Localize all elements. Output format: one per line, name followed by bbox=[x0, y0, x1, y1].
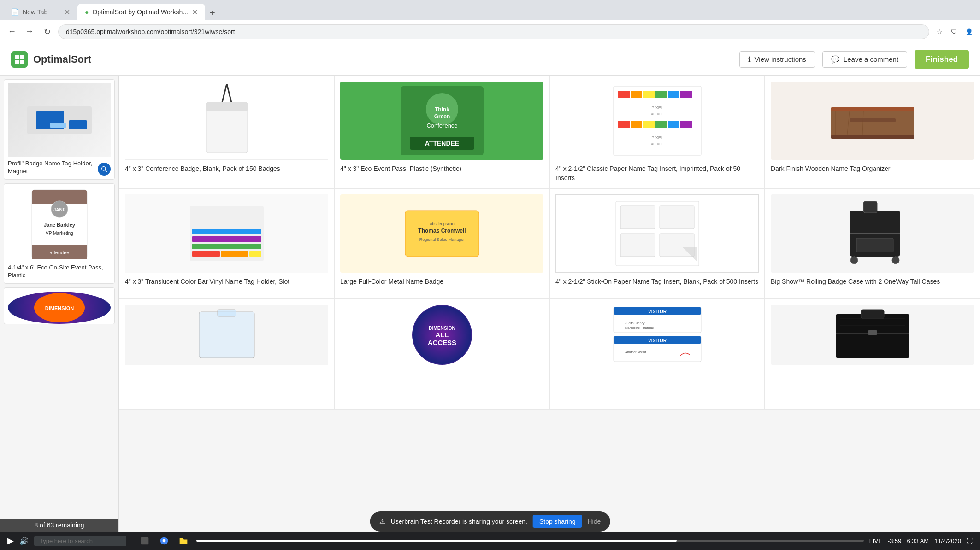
play-button[interactable]: ▶ bbox=[7, 536, 14, 546]
taskbar-icon-folder[interactable] bbox=[176, 533, 191, 548]
tab-close-active-btn[interactable]: ✕ bbox=[192, 8, 198, 17]
svg-rect-61 bbox=[192, 251, 220, 257]
svg-rect-50 bbox=[831, 107, 914, 139]
card-1-label: 4" x 3" Conference Badge, Blank, Pack of… bbox=[125, 164, 328, 174]
svg-point-76 bbox=[850, 257, 858, 264]
product-card-color-bar[interactable]: 4" x 3" Translucent Color Bar Vinyl Name… bbox=[119, 188, 334, 299]
svg-line-22 bbox=[222, 84, 227, 102]
svg-rect-37 bbox=[655, 91, 667, 98]
sidebar-item-2-label: 4-1/4" x 6" Eco On-Site Event Pass, Plas… bbox=[8, 264, 111, 280]
live-label: LIVE bbox=[869, 538, 882, 544]
card-7-label: 4" x 2-1/2" Stick-On Paper Name Tag Inse… bbox=[555, 277, 759, 287]
product-card-conference-badge[interactable]: 4" x 3" Conference Badge, Blank, Pack of… bbox=[119, 76, 334, 188]
card-2-label: 4" x 3" Eco Event Pass, Plastic (Synthet… bbox=[340, 164, 543, 174]
product-card-metal-badge[interactable]: absdeepscan Thomas Cromwell Regional Sal… bbox=[334, 188, 549, 299]
card-3-image: PIXEL ●PIXEL PIXEL ●PIXEL bbox=[555, 82, 759, 160]
sidebar-search-icon[interactable] bbox=[98, 163, 111, 176]
svg-text:DIMENSION: DIMENSION bbox=[45, 305, 73, 311]
svg-text:Judith Glancy: Judith Glancy bbox=[625, 322, 645, 325]
new-tab-button[interactable]: + bbox=[205, 6, 220, 20]
svg-rect-51 bbox=[831, 107, 914, 111]
extension-icon[interactable]: 🛡 bbox=[949, 26, 960, 37]
product-card-dimension-all-access[interactable]: DIMENSION ALL ACCESS bbox=[334, 299, 549, 410]
tab-label-active: OptimalSort by Optimal Worksh... bbox=[92, 8, 188, 16]
forward-button[interactable]: → bbox=[23, 25, 36, 38]
browser-chrome: 📄 New Tab ✕ ● OptimalSort by Optimal Wor… bbox=[0, 0, 980, 43]
volume-icon[interactable]: 🔊 bbox=[19, 537, 29, 545]
svg-rect-43 bbox=[631, 121, 642, 128]
bookmark-icon[interactable]: ☆ bbox=[934, 26, 945, 37]
card-12-image bbox=[771, 305, 974, 365]
sidebar-item-eco-pass[interactable]: JANE Jane Barkley VP Marketing attendee … bbox=[4, 183, 115, 284]
profile-icon[interactable]: 👤 bbox=[963, 26, 974, 37]
svg-rect-52 bbox=[831, 135, 914, 139]
svg-text:●PIXEL: ●PIXEL bbox=[651, 112, 664, 116]
tab-favicon-active: ● bbox=[85, 8, 89, 16]
card-5-label: 4" x 3" Translucent Color Bar Vinyl Name… bbox=[125, 277, 328, 287]
hide-button[interactable]: Hide bbox=[588, 518, 601, 525]
tab-label: New Tab bbox=[23, 8, 47, 16]
back-button[interactable]: ← bbox=[6, 25, 18, 38]
screen-share-message: Userbrain Test Recorder is sharing your … bbox=[391, 518, 527, 525]
svg-text:●PIXEL: ●PIXEL bbox=[651, 142, 664, 146]
tab-new-tab[interactable]: 📄 New Tab ✕ bbox=[4, 4, 77, 20]
sidebar-item-2-image: JANE Jane Barkley VP Marketing attendee bbox=[8, 187, 111, 261]
taskbar: ▶ 🔊 LIVE -3:59 6:33 AM 11/4/2020 ⛶ bbox=[0, 532, 980, 550]
product-grid: 4" x 3" Conference Badge, Blank, Pack of… bbox=[119, 76, 980, 410]
product-card-rolling-case[interactable]: Big Show™ Rolling Badge Case with 2 OneW… bbox=[765, 188, 980, 299]
finished-button[interactable]: Finished bbox=[915, 50, 969, 69]
taskbar-time: 6:33 AM bbox=[907, 538, 929, 544]
svg-rect-6 bbox=[69, 120, 87, 129]
tab-optimalsort[interactable]: ● OptimalSort by Optimal Worksh... ✕ bbox=[77, 4, 205, 20]
svg-rect-96 bbox=[861, 310, 884, 319]
svg-text:Jane Barkley: Jane Barkley bbox=[44, 222, 76, 228]
progress-bar[interactable] bbox=[196, 540, 864, 542]
card-2-image: Think Green Conference ATTENDEE bbox=[340, 82, 543, 160]
address-input[interactable] bbox=[58, 24, 929, 39]
svg-rect-71 bbox=[620, 234, 655, 257]
svg-rect-56 bbox=[850, 118, 896, 122]
svg-rect-2 bbox=[15, 59, 19, 63]
card-6-label: Large Full-Color Metal Name Badge bbox=[340, 277, 543, 287]
stop-sharing-button[interactable]: Stop sharing bbox=[533, 515, 582, 528]
card-10-image: DIMENSION ALL ACCESS bbox=[412, 305, 472, 365]
svg-text:VISITOR: VISITOR bbox=[648, 309, 667, 314]
product-card-stick-on[interactable]: 4" x 2-1/2" Stick-On Paper Name Tag Inse… bbox=[549, 188, 765, 299]
svg-text:ALL: ALL bbox=[435, 331, 449, 339]
card-5-image bbox=[125, 194, 328, 273]
tab-close-btn[interactable]: ✕ bbox=[64, 8, 70, 17]
sidebar-remaining: 8 of 63 remaining bbox=[0, 519, 118, 532]
product-card-wooden-organizer[interactable]: Dark Finish Wooden Name Tag Organizer bbox=[765, 76, 980, 188]
product-card-large-case[interactable] bbox=[765, 299, 980, 410]
taskbar-icon-chrome[interactable] bbox=[157, 533, 171, 548]
taskbar-icon-1[interactable] bbox=[137, 533, 152, 548]
svg-rect-25 bbox=[206, 102, 248, 111]
product-card-visitor-badge[interactable]: VISITOR Judith Glancy Marcelline Financi… bbox=[549, 299, 765, 410]
svg-point-103 bbox=[163, 539, 166, 543]
tab-favicon: 📄 bbox=[11, 8, 19, 16]
taskbar-search-input[interactable] bbox=[34, 536, 126, 546]
view-instructions-button[interactable]: ℹ View instructions bbox=[739, 51, 815, 68]
leave-comment-button[interactable]: 💬 Leave a comment bbox=[822, 51, 907, 68]
svg-rect-75 bbox=[863, 201, 877, 213]
sidebar-item-profil-badge[interactable]: Profil" Badge Name Tag Holder, Magnet bbox=[4, 79, 115, 180]
svg-rect-42 bbox=[618, 121, 630, 128]
card-11-image: VISITOR Judith Glancy Marcelline Financi… bbox=[555, 305, 759, 365]
product-card-clear-holder[interactable] bbox=[119, 299, 334, 410]
product-card-think-green[interactable]: Think Green Conference ATTENDEE 4" x 3" … bbox=[334, 76, 549, 188]
refresh-button[interactable]: ↻ bbox=[41, 25, 53, 38]
sidebar-item-dimension[interactable]: DIMENSION bbox=[4, 287, 115, 324]
svg-text:Regional Sales Manager: Regional Sales Manager bbox=[419, 237, 465, 242]
card-6-image: absdeepscan Thomas Cromwell Regional Sal… bbox=[340, 194, 543, 273]
svg-rect-1 bbox=[20, 55, 24, 59]
svg-rect-0 bbox=[15, 55, 19, 59]
taskbar-right: LIVE -3:59 6:33 AM 11/4/2020 ⛶ bbox=[869, 538, 973, 544]
product-card-classic-paper[interactable]: PIXEL ●PIXEL PIXEL ●PIXEL 4" x 2-1/2" Cl… bbox=[549, 76, 765, 188]
svg-line-9 bbox=[105, 170, 107, 172]
card-3-label: 4" x 2-1/2" Classic Paper Name Tag Inser… bbox=[555, 164, 759, 182]
fullscreen-icon[interactable]: ⛶ bbox=[967, 538, 973, 544]
svg-rect-45 bbox=[655, 121, 667, 128]
leave-comment-label: Leave a comment bbox=[844, 55, 898, 63]
card-7-image bbox=[555, 194, 759, 273]
svg-text:JANE: JANE bbox=[53, 207, 65, 212]
